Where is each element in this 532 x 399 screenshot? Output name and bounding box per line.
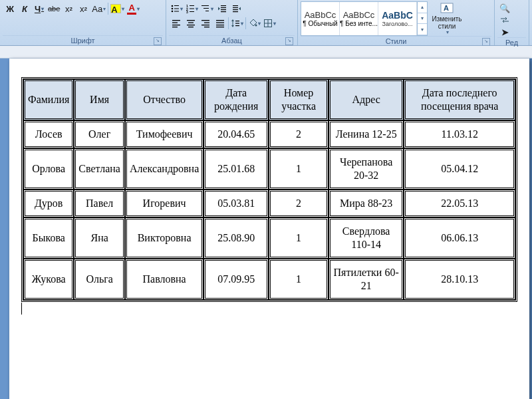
align-left-button[interactable] xyxy=(169,16,184,31)
shading-button[interactable]: ▾ xyxy=(247,16,262,31)
font-color-button[interactable]: А▾ xyxy=(126,1,141,16)
table-cell[interactable]: 05.04.12 xyxy=(404,148,515,190)
strikethrough-button[interactable]: abe xyxy=(47,1,61,16)
multilevel-list-button[interactable]: ▾ xyxy=(200,1,215,16)
table-cell[interactable]: 22.05.13 xyxy=(404,190,515,217)
bullets-button[interactable]: ▾ xyxy=(169,1,184,16)
ruler[interactable] xyxy=(0,46,532,59)
bold-button[interactable]: Ж xyxy=(3,1,17,16)
svg-point-43 xyxy=(255,25,257,27)
style-item-normal[interactable]: AaBbCc¶ Обычный xyxy=(301,2,340,35)
svg-point-4 xyxy=(172,11,174,13)
table-row[interactable]: ДуровПавелИгоревич05.03.812Мира 88-2322.… xyxy=(23,190,515,217)
table-cell[interactable]: 05.03.81 xyxy=(203,190,269,217)
table-row[interactable]: ЛосевОлегТимофеевич20.04.652Ленина 12-25… xyxy=(23,120,515,148)
table-cell[interactable]: 2 xyxy=(269,190,329,217)
table-row[interactable]: БыковаЯнаВикторовна25.08.901Свердлова 11… xyxy=(23,217,515,259)
table-cell[interactable]: Яна xyxy=(74,217,125,259)
table-header[interactable]: Дата рождения xyxy=(203,79,269,120)
table-header[interactable]: Отчество xyxy=(125,79,203,120)
svg-rect-3 xyxy=(174,9,179,9)
style-item-nospacing[interactable]: AaBbCc¶ Без инте... xyxy=(340,2,378,35)
table-cell[interactable]: Ольга xyxy=(74,259,125,300)
table-header[interactable]: Имя xyxy=(74,79,125,120)
table-cell[interactable]: Лосев xyxy=(23,120,74,148)
workspace: Фамилия Имя Отчество Дата рождения Номер… xyxy=(0,59,532,399)
table-cell[interactable]: 25.01.68 xyxy=(203,148,269,190)
line-spacing-button[interactable]: ▾ xyxy=(229,16,245,31)
table-header[interactable]: Фамилия xyxy=(23,79,74,120)
document-page[interactable]: Фамилия Имя Отчество Дата рождения Номер… xyxy=(9,59,529,399)
increase-indent-button[interactable] xyxy=(229,1,244,16)
paragraph-launcher-icon[interactable]: ↘ xyxy=(285,37,293,45)
replace-button[interactable] xyxy=(497,15,512,25)
more-icon[interactable]: ▾ xyxy=(418,24,427,35)
table-cell[interactable]: 28.10.13 xyxy=(404,259,515,300)
table-cell[interactable]: Тимофеевич xyxy=(125,120,203,148)
numbering-button[interactable]: 123▾ xyxy=(184,1,200,16)
subscript-button[interactable]: x2 xyxy=(61,1,76,16)
group-paragraph: ▾ 123▾ ▾ ▾ ▾ ▾ Абза xyxy=(166,0,298,45)
table-cell[interactable]: 1 xyxy=(269,259,329,300)
table-cell[interactable]: 11.03.12 xyxy=(404,120,515,148)
table-cell[interactable]: Жукова xyxy=(23,259,74,300)
italic-button[interactable]: К xyxy=(17,1,32,16)
find-button[interactable]: 🔍 xyxy=(497,3,512,13)
table-cell[interactable]: Александровна xyxy=(125,148,203,190)
table-cell[interactable]: 06.06.13 xyxy=(404,217,515,259)
chevron-up-icon[interactable]: ▴ xyxy=(418,2,427,13)
select-button[interactable]: ➤ xyxy=(497,27,512,37)
table-cell[interactable]: Олег xyxy=(74,120,125,148)
table-cell[interactable]: Свердлова 110-14 xyxy=(329,217,404,259)
svg-rect-25 xyxy=(172,25,180,25)
table-cell[interactable]: Павел xyxy=(74,190,125,217)
table-cell[interactable]: 1 xyxy=(269,217,329,259)
align-right-button[interactable] xyxy=(198,16,213,31)
data-table[interactable]: Фамилия Имя Отчество Дата рождения Номер… xyxy=(21,77,517,302)
replace-icon xyxy=(500,17,509,23)
table-cell[interactable]: 1 xyxy=(269,148,329,190)
table-cell[interactable]: Орлова xyxy=(23,148,74,190)
table-cell[interactable]: Павловна xyxy=(125,259,203,300)
table-cell[interactable]: 25.08.90 xyxy=(203,217,269,259)
table-row[interactable]: ОрловаСветланаАлександровна25.01.681Чере… xyxy=(23,148,515,190)
table-cell[interactable]: Ленина 12-25 xyxy=(329,120,404,148)
font-launcher-icon[interactable]: ↘ xyxy=(154,37,162,45)
table-cell[interactable]: Пятилетки 60-21 xyxy=(329,259,404,300)
cursor-icon: ➤ xyxy=(501,27,509,37)
align-justify-button[interactable] xyxy=(213,16,227,31)
table-cell[interactable]: Дуров xyxy=(23,190,74,217)
table-cell[interactable]: 2 xyxy=(269,120,329,148)
table-cell[interactable]: 07.09.95 xyxy=(203,259,269,300)
highlight-button[interactable]: А▾ xyxy=(109,1,126,16)
borders-button[interactable]: ▾ xyxy=(262,16,277,31)
chevron-down-icon[interactable]: ▾ xyxy=(418,13,427,25)
table-cell[interactable]: Быкова xyxy=(23,217,74,259)
group-paragraph-label: Абзац↘ xyxy=(169,35,295,45)
svg-rect-16 xyxy=(221,7,226,8)
styles-scroll[interactable]: ▴▾▾ xyxy=(417,2,427,35)
table-cell[interactable]: 20.04.65 xyxy=(203,120,269,148)
table-cell[interactable]: Викторовна xyxy=(125,217,203,259)
style-item-heading[interactable]: AaBbCЗаголово... xyxy=(378,2,417,35)
change-case-button[interactable]: Aa▾ xyxy=(90,1,107,16)
table-row[interactable]: ЖуковаОльгаПавловна07.09.951Пятилетки 60… xyxy=(23,259,515,300)
table-cell[interactable]: Мира 88-23 xyxy=(329,190,404,217)
change-styles-button[interactable]: A Изменить стили▾ xyxy=(429,2,465,35)
decrease-indent-button[interactable] xyxy=(215,1,229,16)
svg-rect-14 xyxy=(205,11,209,11)
svg-point-0 xyxy=(172,5,174,7)
table-cell[interactable]: Игоревич xyxy=(125,190,203,217)
styles-launcher-icon[interactable]: ↘ xyxy=(482,38,490,46)
table-cell[interactable]: Черепанова 20-32 xyxy=(329,148,404,190)
table-header[interactable]: Номер участка xyxy=(269,79,329,120)
styles-gallery[interactable]: AaBbCc¶ Обычный AaBbCc¶ Без инте... AaBb… xyxy=(301,1,428,36)
table-header[interactable]: Дата последнего посещения врача xyxy=(404,79,515,120)
superscript-button[interactable]: x2 xyxy=(76,1,90,16)
underline-button[interactable]: Ч▾ xyxy=(32,1,47,16)
table-cell[interactable]: Светлана xyxy=(74,148,125,190)
ribbon: Ж К Ч▾ abe x2 x2 Aa▾ А▾ А▾ Шрифт↘ ▾ xyxy=(0,0,532,46)
vertical-ruler[interactable] xyxy=(0,59,9,399)
table-header[interactable]: Адрес xyxy=(329,79,404,120)
align-center-button[interactable] xyxy=(184,16,198,31)
